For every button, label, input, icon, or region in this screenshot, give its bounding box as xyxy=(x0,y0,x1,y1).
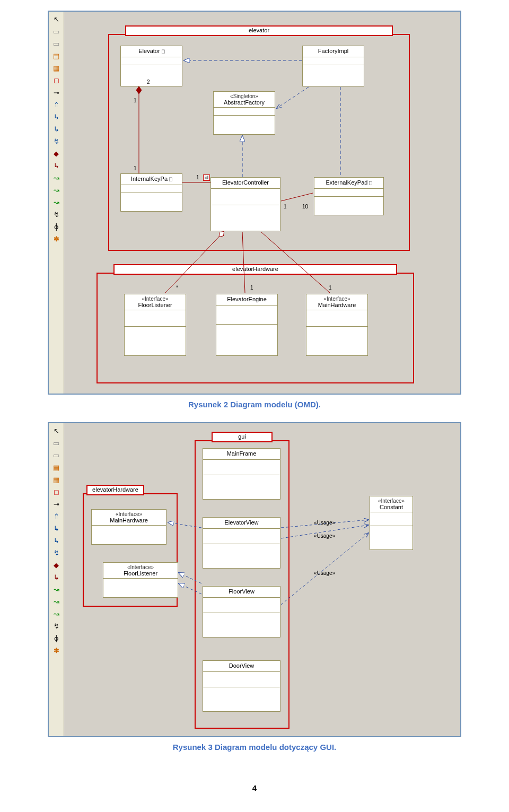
tool-dep[interactable]: ↳ xyxy=(50,123,62,135)
class-floorlistener2-stereo: «Interface» xyxy=(107,564,174,570)
tool-class[interactable]: ▭ xyxy=(50,38,62,49)
usage-1: «Usage» xyxy=(314,520,335,526)
tool-dashed[interactable]: ↯ xyxy=(50,620,62,632)
tool-dashed[interactable]: ↯ xyxy=(50,208,62,220)
tool-table[interactable]: ▦ xyxy=(50,474,62,485)
tool-lolli[interactable]: ɸ xyxy=(50,632,62,644)
class-mainhardware: «Interface»MainHardware xyxy=(306,294,368,356)
usage-2: «Usage» xyxy=(314,533,335,539)
diagram-omd-figure: ↖ ▭ ▭ ▤ ▦ ◻ ⊸ ⇑ ↳ ↳ ↯ ◆ ↳ ↝ ↝ ↝ ↯ ɸ ✽ el… xyxy=(48,11,461,395)
package-elevator-label: elevator xyxy=(125,25,393,36)
mult-1c: 1 xyxy=(196,174,199,180)
class-factoryimpl-name: FactoryImpl xyxy=(303,46,364,57)
package-gui-label: gui xyxy=(212,432,273,442)
tool-diamond[interactable]: ◆ xyxy=(50,559,62,571)
package-ehw2-label: elevatorHardware xyxy=(86,485,144,495)
mult-star: * xyxy=(176,285,178,291)
diagram1-canvas: elevator elevatorHardware Elevator ⎕ Fac… xyxy=(65,13,459,392)
class-mainhardware2: «Interface»MainHardware xyxy=(91,509,166,545)
class-elevatorengine: ElevatorEngine xyxy=(216,294,278,356)
mult-1e: 1 xyxy=(250,285,253,291)
tool-interface[interactable]: ⊸ xyxy=(50,498,62,510)
class-externalkeypad: ExternalKeyPad ⎕ xyxy=(314,177,384,215)
class-constant-stereo: «Interface» xyxy=(373,498,409,504)
tool-arrow-up[interactable]: ⇑ xyxy=(50,510,62,522)
tool-interface[interactable]: ⊸ xyxy=(50,86,62,98)
tool-green3[interactable]: ↝ xyxy=(50,196,62,208)
class-elevatorview-name: ElevatorView xyxy=(203,518,280,529)
tool-actor[interactable]: ✽ xyxy=(50,644,62,656)
tool-green3[interactable]: ↝ xyxy=(50,608,62,619)
mult-1d: 1 xyxy=(284,204,287,209)
tool-gen[interactable]: ↯ xyxy=(50,135,62,147)
tool-class[interactable]: ▭ xyxy=(50,449,62,461)
tool-dep[interactable]: ↳ xyxy=(50,535,62,546)
class-floorlistener-stereo: «Interface» xyxy=(128,296,182,302)
tool-green1[interactable]: ↝ xyxy=(50,583,62,595)
tool-green1[interactable]: ↝ xyxy=(50,172,62,184)
class-elevator: Elevator ⎕ xyxy=(120,46,182,86)
mult-1f: 1 xyxy=(329,285,332,291)
tool-assoc[interactable]: ↳ xyxy=(50,111,62,123)
tool-link[interactable]: ↳ xyxy=(50,571,62,583)
class-floorview: FloorView xyxy=(203,586,280,638)
tool-green2[interactable]: ↝ xyxy=(50,184,62,196)
class-doorview: DoorView xyxy=(203,660,280,712)
class-constant: «Interface»Constant xyxy=(370,496,413,550)
class-abstractfactory-stereo: «Singleton» xyxy=(217,93,271,99)
class-externalkeypad-name: ExternalKeyPad xyxy=(326,179,368,186)
tool-package[interactable]: ◻ xyxy=(50,74,62,86)
tool-lolli[interactable]: ɸ xyxy=(50,221,62,232)
caption-fig3: Rysunek 3 Diagram modelu dotyczący GUI. xyxy=(48,743,461,752)
page-number: 4 xyxy=(48,783,461,792)
caption-fig2: Rysunek 2 Diagram modelu (OMD). xyxy=(48,400,461,409)
class-constant-name: Constant xyxy=(380,504,403,510)
mult-1b: 1 xyxy=(134,165,137,171)
tool-table[interactable]: ▦ xyxy=(50,62,62,74)
class-floorlistener2-name: FloorListener xyxy=(124,570,157,577)
class-internalkeypa-name: InternalKeyPa xyxy=(131,176,168,182)
usage-3: «Usage» xyxy=(314,570,335,576)
mult-1a: 1 xyxy=(134,98,137,103)
mult-2: 2 xyxy=(147,79,150,85)
tool-select[interactable]: ↖ xyxy=(50,13,62,25)
diagram2-canvas: gui elevatorHardware MainFrame ElevatorV… xyxy=(65,424,459,735)
diagram-gui-figure: ↖ ▭ ▭ ▤ ▦ ◻ ⊸ ⇑ ↳ ↳ ↯ ◆ ↳ ↝ ↝ ↝ ↯ ɸ ✽ gu… xyxy=(48,422,461,737)
class-elevatorcontroller: ElevatorController xyxy=(210,177,280,231)
class-elevator-name: Elevator xyxy=(138,48,160,54)
class-floorlistener: «Interface»FloorListener xyxy=(124,294,186,356)
class-factoryimpl: FactoryImpl xyxy=(302,46,364,86)
tool-arrow-up[interactable]: ⇑ xyxy=(50,99,62,110)
tool-link[interactable]: ↳ xyxy=(50,160,62,171)
class-abstractfactory-name: AbstractFactory xyxy=(224,99,265,106)
tool-package[interactable]: ◻ xyxy=(50,486,62,497)
tool-compartment[interactable]: ▤ xyxy=(50,461,62,473)
mult-10: 10 xyxy=(302,204,308,209)
tool-compartment[interactable]: ▤ xyxy=(50,50,62,62)
class-mainframe-name: MainFrame xyxy=(203,449,280,460)
palette-toolbar: ↖ ▭ ▭ ▤ ▦ ◻ ⊸ ⇑ ↳ ↳ ↯ ◆ ↳ ↝ ↝ ↝ ↯ ɸ ✽ xyxy=(49,12,64,394)
class-mainframe: MainFrame xyxy=(203,448,280,500)
class-floorlistener2: «Interface»FloorListener xyxy=(103,562,178,598)
tool-diamond[interactable]: ◆ xyxy=(50,147,62,159)
class-doorview-name: DoorView xyxy=(203,661,280,672)
class-internalkeypa: InternalKeyPa ⎕ xyxy=(120,173,182,212)
class-floorview-name: FloorView xyxy=(203,587,280,598)
tool-actor[interactable]: ✽ xyxy=(50,233,62,245)
class-elevatorengine-name: ElevatorEngine xyxy=(216,294,277,305)
tool-gen[interactable]: ↯ xyxy=(50,547,62,558)
tool-select[interactable]: ↖ xyxy=(50,425,62,436)
tool-green2[interactable]: ↝ xyxy=(50,596,62,607)
package-elevatorhw-label: elevatorHardware xyxy=(113,264,397,275)
tool-note[interactable]: ▭ xyxy=(50,437,62,449)
palette-toolbar-2: ↖ ▭ ▭ ▤ ▦ ◻ ⊸ ⇑ ↳ ↳ ↯ ◆ ↳ ↝ ↝ ↝ ↯ ɸ ✽ xyxy=(49,423,64,736)
class-floorlistener-name: FloorListener xyxy=(138,302,172,308)
class-mainhardware2-name: MainHardware xyxy=(110,517,148,523)
class-mainhardware2-stereo: «Interface» xyxy=(95,511,163,517)
class-abstractfactory: «Singleton»AbstractFactory xyxy=(213,91,275,135)
tool-assoc[interactable]: ↳ xyxy=(50,522,62,534)
class-mainhardware-stereo: «Interface» xyxy=(310,296,364,302)
class-elevatorview: ElevatorView xyxy=(203,517,280,569)
tool-note[interactable]: ▭ xyxy=(50,25,62,37)
class-elevatorcontroller-name: ElevatorController xyxy=(211,178,280,189)
